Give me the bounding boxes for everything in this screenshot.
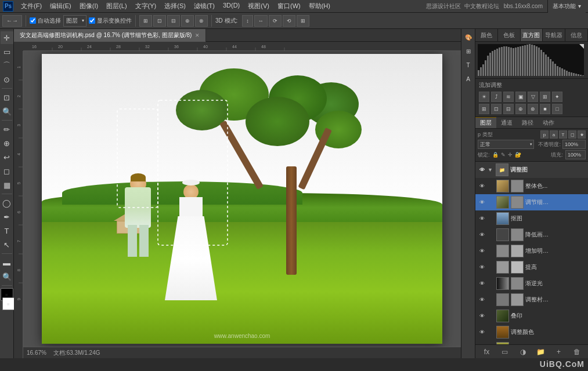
panel-tab-info[interactable]: 信息 [565,29,588,41]
filter-type[interactable]: T [559,130,567,139]
filter-pixel[interactable]: p [540,130,549,139]
menu-edit[interactable]: 编辑(E) [46,1,75,12]
adj-pattern[interactable]: ⊞ [540,92,550,102]
layer-group-header[interactable]: 👁 ▼ 📁 调整图 [475,162,588,178]
brush-tool[interactable]: ✏ [1,123,13,136]
tool-options-btn[interactable]: ←→ [2,15,22,27]
workspace-selector[interactable]: 基本功能 ▾ [547,0,586,13]
3d-btn1[interactable]: ↕ [242,15,253,27]
ri-btn-2[interactable]: ⊞ [463,45,474,57]
layer-item-rouguang[interactable]: 👁 柔光加对比 [475,340,588,344]
layer-item-zhengtise[interactable]: 👁 整体色... [475,178,588,194]
lasso-tool[interactable]: ⌒ [1,59,13,72]
layer-eye-6[interactable]: 👁 [478,263,486,271]
layer-item-jiannigu[interactable]: 👁 渐逆光 [475,275,588,292]
dodge-tool[interactable]: ◯ [1,197,13,209]
path-select[interactable]: ↖ [1,238,13,251]
gradient-tool[interactable]: ▦ [1,179,13,191]
menu-filter[interactable]: 滤镜(T) [190,1,218,12]
auto-align-btn[interactable]: ⊗ [195,15,208,27]
adj-icon-r2-1[interactable]: ⊞ [479,104,489,114]
zoom-tool[interactable]: 🔍 [1,270,13,283]
layer-item-dieyin[interactable]: 👁 叠印 [475,308,588,324]
3d-btn2[interactable]: ↔ [254,15,268,27]
adj-icon-r2-7[interactable]: □ [552,104,562,114]
show-transform-input[interactable] [89,17,95,24]
lock-image[interactable]: ✎ [501,152,506,158]
adj-curves[interactable]: ⤴ [491,92,502,102]
lock-all[interactable]: 🔐 [515,152,521,158]
layer-fx-btn[interactable]: fx [481,347,493,357]
auto-select-input[interactable] [30,17,36,24]
ri-btn-1[interactable]: 🎨 [463,31,474,43]
move-tool[interactable]: ✛ [1,31,13,44]
distribute-btn[interactable]: ⊕ [181,15,194,27]
adj-icon-r2-2[interactable]: ⊡ [491,104,502,114]
menu-view[interactable]: 视图(V) [244,1,273,12]
crop-tool[interactable]: ⊡ [1,91,13,104]
menu-image[interactable]: 图像(I) [76,1,102,12]
adj-brightness[interactable]: ☀ [479,92,489,102]
filter-smart[interactable]: ★ [578,130,586,139]
layer-eye-4[interactable]: 👁 [478,231,486,239]
menu-select[interactable]: 选择(S) [161,1,189,12]
clone-tool[interactable]: ⊕ [1,137,13,150]
layer-eye-5[interactable]: 👁 [478,247,486,255]
panel-tab-color[interactable]: 颜色 [475,29,498,41]
group-arrow[interactable]: ▼ [488,167,493,173]
menu-help[interactable]: 帮助(H) [305,1,334,12]
eyedropper-tool[interactable]: 🔍 [1,105,13,118]
blend-mode-dropdown[interactable]: 正常 [478,140,534,149]
layer-type-dropdown[interactable]: 图层 [63,15,86,27]
menu-text[interactable]: 文字(Y) [132,1,160,12]
align-left-btn[interactable]: ⊞ [139,15,152,27]
layer-eye-10[interactable]: 👁 [478,328,486,336]
layer-adj-btn[interactable]: ◑ [517,347,529,357]
align-center-btn[interactable]: ⊡ [153,15,166,27]
filter-shape[interactable]: ◻ [568,130,576,139]
text-tool[interactable]: T [1,224,13,237]
layer-eye-8[interactable]: 👁 [478,296,486,304]
adj-icon-r2-4[interactable]: ⊕ [515,104,526,114]
menu-layer[interactable]: 图层(L) [103,1,130,12]
adj-icon-r2-5[interactable]: ⊗ [528,104,538,114]
ri-btn-3[interactable]: T [463,59,474,71]
layers-tab-layers[interactable]: 图层 [475,117,496,128]
layer-delete-btn[interactable]: 🗑 [571,347,583,357]
layer-eye-9[interactable]: 👁 [478,312,486,320]
menu-file[interactable]: 文件(F) [17,1,45,12]
shape-tool[interactable]: ▬ [1,256,13,269]
layer-item-tiaojie[interactable]: 👁 调节细… [475,194,588,210]
layer-item-tiaozheng[interactable]: 👁 调整村… [475,292,588,308]
3d-btn5[interactable]: ⊞ [297,15,309,27]
adj-icon-r2-3[interactable]: ⊟ [503,104,514,114]
tab-close-btn[interactable]: ✕ [195,32,200,38]
lock-position[interactable]: ✛ [508,152,513,158]
adj-selective-color[interactable]: ✦ [552,92,562,102]
adj-gradient-map[interactable]: ▽ [528,92,538,102]
layer-mask-btn[interactable]: ▭ [499,347,511,357]
lock-transparent[interactable]: 🔒 [492,152,499,158]
show-transform-checkbox[interactable]: 显示变换控件 [89,17,132,25]
align-right-btn[interactable]: ⊟ [167,15,180,27]
menu-window[interactable]: 窗口(W) [274,1,304,12]
menu-3d[interactable]: 3D(D) [219,1,243,12]
layer-eye-1[interactable]: 👁 [478,182,486,190]
adj-icon-r2-6[interactable]: ■ [540,104,550,114]
active-tab[interactable]: 安文超高端修图培训机构.psd @ 16.7% (调节细节色彩, 图层蒙版/8)… [14,29,206,42]
layers-tab-paths[interactable]: 路径 [517,117,538,128]
history-brush[interactable]: ↩ [1,151,13,163]
filter-adjust[interactable]: a [550,130,558,139]
layer-new-btn[interactable]: + [553,347,565,357]
panel-tab-navigator[interactable]: 导航器 [543,29,565,41]
bg-color[interactable]: ■ [2,297,15,310]
3d-btn4[interactable]: ⟲ [283,15,295,27]
layer-eye-2[interactable]: 👁 [478,198,486,206]
fill-value[interactable]: 100% [565,150,586,159]
3d-btn3[interactable]: ⟳ [269,15,282,27]
layer-item-kootu[interactable]: 👁 抠图 [475,210,588,227]
layer-item-jiangdi[interactable]: 👁 降低画… [475,227,588,243]
layers-tab-channels[interactable]: 通道 [496,117,517,128]
adj-levels[interactable]: ≋ [503,92,514,102]
adj-hue-sat[interactable]: ▣ [515,92,526,102]
